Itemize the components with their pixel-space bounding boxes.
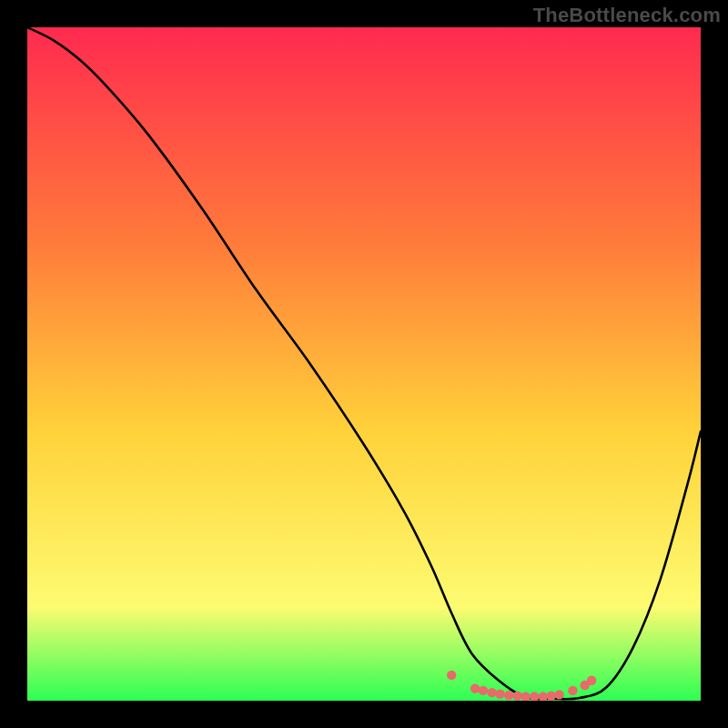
highlight-dot — [554, 690, 563, 699]
highlight-dot — [470, 683, 480, 693]
highlight-dot — [513, 692, 522, 701]
plot-svg — [27, 27, 701, 701]
highlight-dot — [547, 692, 556, 701]
highlight-dot — [495, 689, 504, 698]
gradient-background — [27, 27, 701, 701]
plot-area — [27, 27, 701, 701]
watermark-text: TheBottleneck.com — [533, 4, 721, 27]
highlight-dot — [504, 691, 513, 700]
highlight-dot — [487, 688, 496, 697]
highlight-dot — [447, 671, 456, 680]
highlight-dot — [568, 686, 577, 695]
chart-frame: TheBottleneck.com — [0, 0, 728, 728]
highlight-dot — [479, 686, 488, 695]
highlight-dot — [587, 676, 596, 685]
